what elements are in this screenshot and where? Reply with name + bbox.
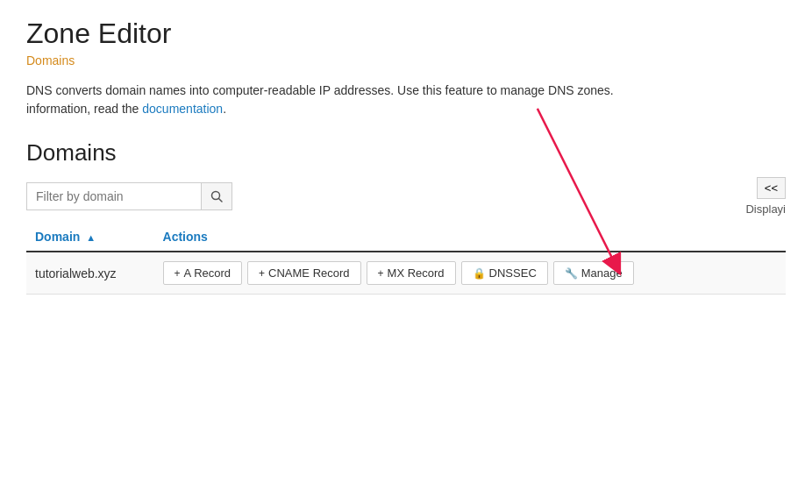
description: DNS converts domain names into computer-… <box>26 82 786 118</box>
pagination-controls: << <box>757 177 786 199</box>
action-cname-record-button[interactable]: +CNAME Record <box>247 261 360 285</box>
action-manage-button[interactable]: 🔧Manage <box>553 261 634 285</box>
section-title: Domains <box>26 139 786 167</box>
cname-record-icon: + <box>259 267 265 280</box>
pagination-area: << Displayi <box>745 177 786 216</box>
description-text-2: information, read the <box>26 102 139 116</box>
domains-table: Domain ▲ Actions tutorialweb.xyz+A Recor… <box>26 223 786 295</box>
search-icon <box>210 190 223 202</box>
documentation-link[interactable]: documentation <box>142 102 223 116</box>
sort-arrow-icon: ▲ <box>86 232 96 243</box>
action-mx-record-button[interactable]: +MX Record <box>367 261 456 285</box>
dnssec-icon: 🔒 <box>473 267 486 280</box>
mx-record-label: MX Record <box>388 266 445 280</box>
breadcrumb-link[interactable]: Domains <box>26 53 75 67</box>
pagination-prev-button[interactable]: << <box>757 177 786 199</box>
a-record-icon: + <box>175 267 181 280</box>
description-end: . <box>223 102 226 116</box>
domain-cell: tutorialweb.xyz <box>26 252 154 295</box>
toolbar: << Displayi <box>26 177 786 216</box>
col-actions-header: Actions <box>154 223 786 252</box>
table-body: tutorialweb.xyz+A Record+CNAME Record+MX… <box>26 252 786 295</box>
manage-label: Manage <box>581 266 623 280</box>
actions-cell: +A Record+CNAME Record+MX Record🔒DNSSEC🔧… <box>154 252 786 295</box>
cname-record-label: CNAME Record <box>268 266 349 280</box>
mx-record-icon: + <box>378 267 384 280</box>
action-a-record-button[interactable]: +A Record <box>163 261 243 285</box>
page-title: Zone Editor <box>26 18 786 50</box>
description-text-1: DNS converts domain names into computer-… <box>26 83 614 97</box>
domain-name: tutorialweb.xyz <box>35 266 117 280</box>
manage-icon: 🔧 <box>565 267 578 280</box>
search-button[interactable] <box>202 182 232 210</box>
table-row: tutorialweb.xyz+A Record+CNAME Record+MX… <box>26 252 786 295</box>
search-container <box>26 182 232 210</box>
action-dnssec-button[interactable]: 🔒DNSSEC <box>461 261 548 285</box>
svg-line-1 <box>219 199 223 202</box>
dnssec-label: DNSSEC <box>489 266 537 280</box>
search-input[interactable] <box>26 182 202 210</box>
table-header: Domain ▲ Actions <box>26 223 786 252</box>
col-domain-header[interactable]: Domain ▲ <box>26 223 154 252</box>
displaying-text: Displayi <box>745 202 786 216</box>
a-record-label: A Record <box>184 266 231 280</box>
